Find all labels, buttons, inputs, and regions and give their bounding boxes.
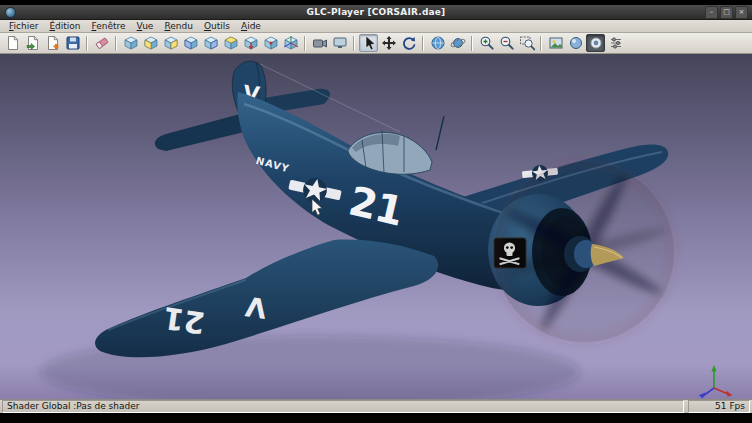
wing-letter: V bbox=[243, 291, 268, 325]
monitor-icon bbox=[332, 35, 348, 51]
window-controls: – □ × bbox=[705, 6, 752, 19]
toolbar-separator bbox=[471, 36, 473, 51]
iso-view-button[interactable] bbox=[121, 34, 140, 52]
globe-icon bbox=[430, 35, 446, 51]
bottom-view-cube-icon bbox=[243, 35, 259, 51]
menubar: Fichier Édition Fenêtre Vue Rendu Outils… bbox=[0, 20, 752, 33]
menu-aide[interactable]: Aide bbox=[236, 20, 266, 32]
close-button[interactable]: × bbox=[735, 6, 748, 19]
menu-edition[interactable]: Édition bbox=[44, 20, 85, 32]
axonometric-cube-icon bbox=[263, 35, 279, 51]
save-file-icon bbox=[65, 35, 81, 51]
toolbar-separator bbox=[304, 36, 306, 51]
sliders-icon bbox=[608, 35, 624, 51]
options-button[interactable] bbox=[606, 34, 625, 52]
add-file-icon bbox=[45, 35, 61, 51]
front-view-cube-icon bbox=[143, 35, 159, 51]
desktop-strip-bottom bbox=[0, 413, 752, 423]
camera-icon bbox=[312, 35, 328, 51]
zoom-window-icon bbox=[519, 35, 535, 51]
menu-fichier[interactable]: Fichier bbox=[4, 20, 43, 32]
open-file-button[interactable] bbox=[23, 34, 42, 52]
add-file-button[interactable] bbox=[43, 34, 62, 52]
globe-tool-button[interactable] bbox=[428, 34, 447, 52]
camera-view-button[interactable] bbox=[310, 34, 329, 52]
top-view-cube-icon bbox=[223, 35, 239, 51]
toolbar bbox=[0, 33, 752, 54]
open-file-icon bbox=[25, 35, 41, 51]
new-file-icon bbox=[5, 35, 21, 51]
rotate-arrow-icon bbox=[401, 35, 417, 51]
orbit-tool-button[interactable] bbox=[448, 34, 467, 52]
texture-mode-button[interactable] bbox=[546, 34, 565, 52]
shader-status: Shader Global :Pas de shader bbox=[2, 400, 684, 413]
shaded-sphere-icon bbox=[568, 35, 584, 51]
axis-cube-icon bbox=[283, 35, 299, 51]
left-view-button[interactable] bbox=[181, 34, 200, 52]
orientation-axes bbox=[699, 365, 733, 398]
snapshot-lens-icon bbox=[588, 35, 604, 51]
new-file-button[interactable] bbox=[3, 34, 22, 52]
antenna-mast bbox=[436, 116, 444, 150]
menu-outils[interactable]: Outils bbox=[199, 20, 235, 32]
texture-image-icon bbox=[548, 35, 564, 51]
back-view-cube-icon bbox=[163, 35, 179, 51]
menu-rendu[interactable]: Rendu bbox=[159, 20, 198, 32]
menu-vue[interactable]: Vue bbox=[132, 20, 159, 32]
toolbar-separator bbox=[422, 36, 424, 51]
right-view-cube-icon bbox=[203, 35, 219, 51]
fps-counter: 51 Fps bbox=[688, 400, 750, 413]
screen-view-button[interactable] bbox=[330, 34, 349, 52]
rotate-tool-button[interactable] bbox=[399, 34, 418, 52]
window-title: GLC-Player [CORSAIR.dae] bbox=[0, 7, 752, 17]
select-tool-button[interactable] bbox=[359, 34, 378, 52]
axis-view-button[interactable] bbox=[281, 34, 300, 52]
front-view-button[interactable] bbox=[141, 34, 160, 52]
toolbar-separator bbox=[540, 36, 542, 51]
iso-cube-icon bbox=[123, 35, 139, 51]
corsair-model: V NAVY 21 bbox=[95, 61, 674, 357]
maximize-button[interactable]: □ bbox=[720, 6, 733, 19]
application-window: GLC-Player [CORSAIR.dae] – □ × Fichier É… bbox=[0, 0, 752, 423]
toolbar-separator bbox=[353, 36, 355, 51]
zoom-in-icon bbox=[479, 35, 495, 51]
menu-fenetre[interactable]: Fenêtre bbox=[87, 20, 131, 32]
right-view-button[interactable] bbox=[201, 34, 220, 52]
zoom-out-button[interactable] bbox=[497, 34, 516, 52]
left-view-cube-icon bbox=[183, 35, 199, 51]
zoom-in-button[interactable] bbox=[477, 34, 496, 52]
zoom-out-icon bbox=[499, 35, 515, 51]
pan-arrows-icon bbox=[381, 35, 397, 51]
snapshot-button[interactable] bbox=[586, 34, 605, 52]
titlebar[interactable]: GLC-Player [CORSAIR.dae] – □ × bbox=[0, 5, 752, 20]
viewport-3d[interactable]: V NAVY 21 bbox=[0, 54, 752, 399]
bottom-view-button[interactable] bbox=[241, 34, 260, 52]
select-cursor-icon bbox=[361, 35, 377, 51]
axonometric-view-button[interactable] bbox=[261, 34, 280, 52]
scene: V NAVY 21 bbox=[0, 54, 752, 399]
save-file-button[interactable] bbox=[63, 34, 82, 52]
propeller bbox=[494, 162, 674, 342]
eraser-icon bbox=[94, 35, 110, 51]
back-view-button[interactable] bbox=[161, 34, 180, 52]
wing-number: 21 bbox=[161, 300, 207, 340]
minimize-button[interactable]: – bbox=[705, 6, 718, 19]
orbit-globe-icon bbox=[450, 35, 466, 51]
eraser-button[interactable] bbox=[92, 34, 111, 52]
zoom-window-button[interactable] bbox=[517, 34, 536, 52]
render-mode-button[interactable] bbox=[566, 34, 585, 52]
top-view-button[interactable] bbox=[221, 34, 240, 52]
pan-tool-button[interactable] bbox=[379, 34, 398, 52]
toolbar-separator bbox=[115, 36, 117, 51]
toolbar-separator bbox=[86, 36, 88, 51]
statusbar: Shader Global :Pas de shader 51 Fps bbox=[0, 399, 752, 413]
near-stabilizer bbox=[155, 114, 244, 151]
